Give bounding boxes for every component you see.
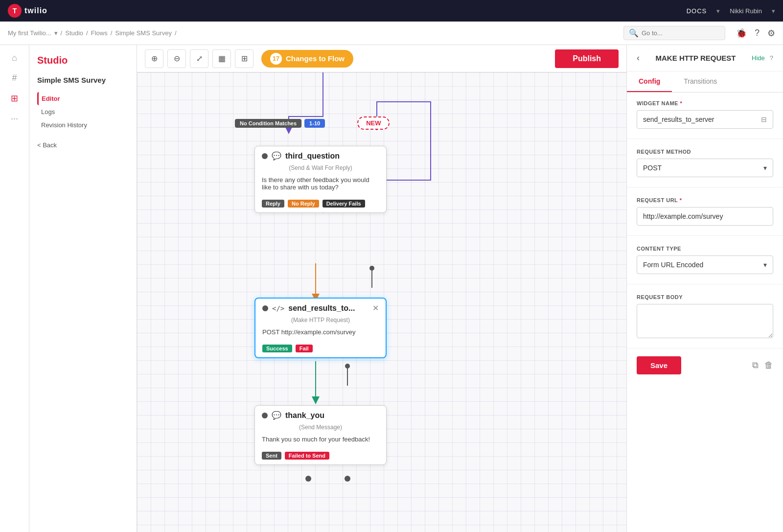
tab-bar: Config Transitions [627,71,783,93]
request-url-input[interactable]: http://example.com/survey [637,207,773,226]
right-panel-back-button[interactable]: ‹ [637,53,640,63]
divider [627,284,783,284]
user-label[interactable]: Nikki Rubin [730,7,762,15]
request-url-label: REQUEST URL * [637,197,773,203]
sidebar: ⌂ # ⊞ ··· [0,45,29,532]
search-icon: 🔍 [629,28,639,38]
tab-transitions[interactable]: Transitions [672,71,729,92]
changes-label: Changes to Flow [286,54,345,63]
back-link[interactable]: < Back [37,141,129,149]
third-question-node[interactable]: 💬 third_question (Send & Wait For Reply)… [254,146,387,213]
help-circle-icon[interactable]: ? [770,54,773,62]
success-tag: Success [262,345,292,352]
close-icon[interactable]: ✕ [372,303,379,313]
thank-you-node[interactable]: 💬 thank_you (Send Message) Thank you so … [254,405,387,465]
content-type-select[interactable]: Form URL Encoded ▾ [637,255,773,274]
twilio-wordmark: twilio [24,6,47,15]
node-title: send_results_to... [288,304,355,313]
breadcrumb-flows[interactable]: Flows [91,29,108,37]
fit-icon[interactable]: ⤢ [190,49,208,68]
chevron-down-icon: ▾ [763,164,767,172]
svg-point-5 [345,364,350,369]
node-tags: Sent Failed to Send [255,449,386,464]
search-input[interactable] [642,29,720,37]
widget-name-value: send_results_to_server [643,116,714,123]
node-title: thank_you [285,411,324,420]
breadcrumb-studio[interactable]: Studio [65,29,83,37]
required-asterisk: * [680,100,683,106]
zoom-out-icon[interactable]: ⊖ [167,49,186,68]
node-subtitle: (Send Message) [255,423,386,433]
new-badge: NEW [357,116,390,130]
right-panel: ‹ MAKE HTTP REQUEST Hide ? Config Transi… [626,45,783,532]
fail-tag: Fail [296,345,313,352]
no-condition-chip: No Condition Matches [235,119,301,128]
second-navigation: My first Twilio... ▾ / Studio / Flows / … [0,22,783,45]
save-button[interactable]: Save [637,356,681,374]
breadcrumb-sep1: / [61,29,63,37]
sidebar-item-logs[interactable]: Logs [37,105,129,118]
breadcrumb-survey[interactable]: Simple SMS Survey [115,29,172,37]
tab-config[interactable]: Config [627,71,672,92]
request-body-section: REQUEST BODY [627,286,783,348]
hide-link[interactable]: Hide [752,54,765,62]
widget-name-section: WIDGET NAME * send_results_to_server ⊟ [627,93,783,137]
bug-icon[interactable]: 🐞 [736,28,747,39]
content-type-label: CONTENT TYPE [637,246,773,252]
twilio-logo: T twilio [8,4,47,18]
sidebar-studio-icon[interactable]: ⊞ [11,93,18,104]
help-icon[interactable]: ? [755,28,760,38]
flow-name: Simple SMS Survey [37,76,129,84]
sidebar-home-icon[interactable]: ⌂ [12,53,17,63]
node-tags: Success Fail [255,342,386,357]
divider [627,187,783,187]
delete-icon[interactable]: 🗑 [764,360,773,370]
node-body: Thank you so much for your feedback! [255,433,386,449]
edit-icon: ⊟ [761,116,767,123]
node-subtitle: (Make HTTP Request) [255,316,386,325]
sidebar-more-icon[interactable]: ··· [11,114,18,124]
content-type-value: Form URL Encoded [643,261,703,269]
flow-canvas: No Condition Matches 1-10 NEW 💬 third_qu… [137,72,626,532]
request-method-select[interactable]: POST ▾ [637,159,773,177]
breadcrumb-sep4: / [175,29,177,37]
request-url-section: REQUEST URL * http://example.com/survey [627,189,783,233]
widget-name-label: WIDGET NAME * [637,100,773,106]
required-asterisk: * [680,197,682,203]
breadcrumb-sep2: / [86,29,88,37]
zoom-in-icon[interactable]: ⊕ [145,49,163,68]
sidebar-item-editor[interactable]: Editor [37,92,129,105]
request-body-textarea[interactable] [637,304,773,338]
node-header: 💬 thank_you [255,406,386,423]
sent-tag: Sent [262,452,281,460]
breadcrumb-sep3: / [111,29,113,37]
node-tags: Reply No Reply Delivery Fails [255,197,386,212]
widget-name-input[interactable]: send_results_to_server ⊟ [637,110,773,129]
svg-point-7 [345,476,350,482]
chat-icon: 💬 [272,151,281,161]
right-panel-title: MAKE HTTP REQUEST [645,54,747,62]
table-icon[interactable]: ⊞ [235,49,253,68]
nav-icons: 🐞 ? ⚙ [736,28,775,39]
breadcrumb-mytwilio[interactable]: My first Twilio... [8,29,51,37]
sidebar-item-revision-history[interactable]: Revision History [37,118,129,132]
delivery-tag: Delivery Fails [322,200,365,208]
chevron-down-icon: ▾ [763,261,767,269]
node-body: Is there any other feedback you would li… [255,173,386,197]
sidebar-hash-icon[interactable]: # [12,73,17,83]
copy-icon[interactable]: ⧉ [752,360,759,370]
send-results-node[interactable]: </> send_results_to... ✕ (Make HTTP Requ… [254,298,387,358]
search-bar[interactable]: 🔍 [623,26,725,40]
reply-tag: Reply [262,200,284,208]
node-title: third_question [285,152,340,161]
request-method-label: REQUEST METHOD [637,149,773,155]
docs-link[interactable]: DOCS [687,7,707,15]
main-layout: ⌂ # ⊞ ··· Studio Simple SMS Survey Edito… [0,45,783,532]
node-header: 💬 third_question [255,146,386,163]
top-nav-right: DOCS ▾ Nikki Rubin ▾ [687,7,775,15]
grid-icon[interactable]: ▦ [212,49,231,68]
node-dot [262,413,268,418]
settings-icon[interactable]: ⚙ [767,28,775,39]
changes-badge[interactable]: 17 Changes to Flow [261,50,353,68]
publish-button[interactable]: Publish [555,49,619,68]
